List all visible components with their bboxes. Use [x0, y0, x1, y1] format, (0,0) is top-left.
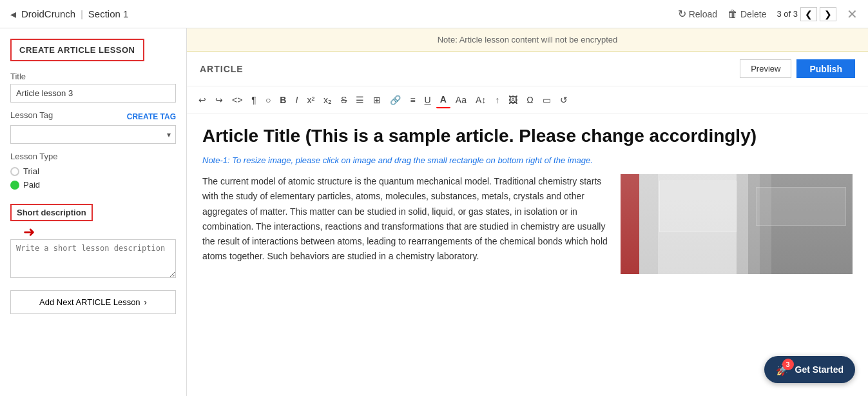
create-article-heading: CREATE ARTICLE LESSON — [10, 39, 144, 61]
section-title: Section 1 — [88, 8, 129, 19]
paid-label: Paid — [23, 180, 40, 190]
trash-icon: 🗑 — [728, 8, 738, 20]
link-button[interactable]: 🔗 — [386, 92, 405, 108]
pagination: 3 of 3 ❮ ❯ — [776, 7, 836, 21]
superscript-button[interactable]: x² — [303, 92, 318, 108]
trial-label: Trial — [23, 166, 39, 176]
trial-radio-icon — [10, 167, 19, 176]
arrow-indicator-icon: ➜ — [23, 225, 176, 239]
undo2-button[interactable]: ↺ — [556, 92, 572, 108]
reload-action[interactable]: ↻ Reload — [678, 8, 717, 20]
strikethrough-button[interactable]: S — [337, 92, 351, 108]
article-header: ARTICLE Preview Publish — [187, 52, 868, 86]
preview-button[interactable]: Preview — [740, 59, 791, 78]
title-label: Title — [10, 72, 176, 81]
delete-action[interactable]: 🗑 Delete — [728, 8, 766, 20]
ordered-list-button[interactable]: ⊞ — [369, 92, 385, 108]
circle-button[interactable]: ○ — [262, 92, 275, 108]
main-layout: CREATE ARTICLE LESSON Title Lesson Tag C… — [0, 28, 868, 396]
lesson-tag-select-wrapper: ▾ — [10, 125, 176, 144]
up-arrow-button[interactable]: ↑ — [491, 92, 503, 108]
subscript-button[interactable]: x₂ — [320, 92, 336, 108]
sidebar: CREATE ARTICLE LESSON Title Lesson Tag C… — [0, 28, 187, 396]
editor-toolbar: ↩ ↪ <> ¶ ○ B I x² x₂ S ☰ ⊞ 🔗 ≡ U A Aa A↕… — [187, 86, 868, 114]
nav-right: ↻ Reload 🗑 Delete 3 of 3 ❮ ❯ ✕ — [678, 6, 858, 22]
trial-radio-row[interactable]: Trial — [10, 166, 176, 176]
lab-shelf-1 — [659, 181, 737, 232]
italic-button[interactable]: I — [291, 92, 302, 108]
align-button[interactable]: ≡ — [406, 92, 419, 108]
close-icon[interactable]: ✕ — [847, 6, 858, 22]
pagination-text: 3 of 3 — [776, 9, 798, 19]
add-next-article-lesson-button[interactable]: Add Next ARTICLE Lesson › — [10, 290, 176, 314]
publish-button[interactable]: Publish — [796, 59, 855, 78]
article-image — [621, 174, 853, 274]
get-started-button[interactable]: 🚀 3 Get Started — [764, 356, 855, 383]
brand-title: DroidCrunch — [21, 8, 75, 19]
next-page-button[interactable]: ❯ — [820, 7, 836, 21]
lab-image-bg — [621, 174, 853, 274]
lesson-tag-select[interactable] — [10, 125, 176, 144]
rocket-wrapper: 🚀 3 — [776, 362, 790, 377]
article-content-row: The current model of atomic structure is… — [202, 174, 853, 274]
underline-button[interactable]: U — [421, 92, 435, 108]
lesson-tag-row: Lesson Tag CREATE TAG — [10, 110, 176, 123]
font-color-button[interactable]: A — [436, 92, 450, 108]
article-body-text: The current model of atomic structure is… — [202, 174, 610, 264]
header-actions: Preview Publish — [740, 59, 855, 78]
add-next-arrow-icon: › — [144, 297, 147, 307]
create-tag-link[interactable]: CREATE TAG — [127, 112, 176, 121]
redo-button[interactable]: ↪ — [211, 92, 227, 108]
lesson-type-label: Lesson Type — [10, 152, 176, 161]
article-label: ARTICLE — [200, 64, 244, 74]
embed-button[interactable]: ▭ — [539, 92, 555, 108]
special-char-button[interactable]: Ω — [523, 92, 537, 108]
undo-button[interactable]: ↩ — [195, 92, 210, 108]
font-size-button[interactable]: Aa — [452, 92, 470, 108]
back-icon[interactable]: ◂ — [10, 7, 16, 21]
paid-radio-icon — [10, 181, 19, 190]
image-button[interactable]: 🖼 — [505, 92, 521, 108]
title-input[interactable] — [10, 84, 176, 103]
short-desc-textarea[interactable] — [10, 239, 176, 278]
note-italic-text: Note-1: To resize image, please click on… — [202, 155, 853, 165]
paragraph-button[interactable]: ¶ — [247, 92, 260, 108]
line-height-button[interactable]: A↕ — [472, 92, 490, 108]
short-desc-label: Short description — [10, 204, 93, 221]
delete-label: Delete — [740, 9, 766, 19]
lab-shelf-2 — [756, 187, 846, 226]
reload-label: Reload — [689, 9, 717, 19]
content-area: Note: Article lesson content will not be… — [187, 28, 868, 396]
bold-button[interactable]: B — [276, 92, 290, 108]
article-title: Article Title (This is a sample article.… — [202, 124, 853, 148]
notice-bar: Note: Article lesson content will not be… — [187, 28, 868, 52]
nav-divider: | — [81, 9, 83, 19]
prev-page-button[interactable]: ❮ — [800, 7, 817, 21]
unordered-list-button[interactable]: ☰ — [352, 92, 368, 108]
editor-body[interactable]: Article Title (This is a sample article.… — [187, 114, 868, 396]
notification-badge: 3 — [782, 359, 794, 370]
get-started-label: Get Started — [795, 364, 844, 375]
paid-radio-row[interactable]: Paid — [10, 180, 176, 190]
lesson-tag-label: Lesson Tag — [10, 110, 53, 120]
add-next-label: Add Next ARTICLE Lesson — [39, 297, 140, 307]
top-nav: ◂ DroidCrunch | Section 1 ↻ Reload 🗑 Del… — [0, 0, 868, 28]
nav-left: ◂ DroidCrunch | Section 1 — [10, 7, 128, 21]
code-button[interactable]: <> — [228, 92, 246, 108]
reload-icon: ↻ — [678, 8, 686, 20]
